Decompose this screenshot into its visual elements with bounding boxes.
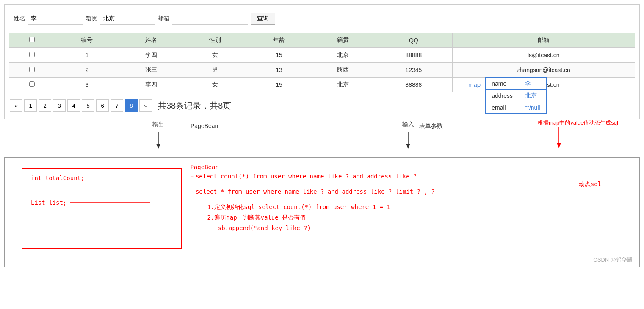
arrow-right-2-icon: → — [190, 188, 193, 195]
diagram-section: int totalCount; List list; PageBean — [4, 157, 640, 267]
map-annotation: 根据map中的value值动态生成sql — [538, 120, 618, 126]
code-line2: List list; — [31, 199, 66, 206]
search-bar: 姓名 籍贯 邮箱 查询 — [9, 9, 635, 28]
page-4[interactable]: 4 — [67, 99, 80, 112]
code-line1: int totalCount; — [31, 175, 84, 181]
col-email: 邮箱 — [452, 33, 635, 48]
line1-connector-icon — [88, 176, 172, 180]
page-info: 共38条记录，共8页 — [158, 100, 231, 111]
map-value: ""/null — [519, 102, 547, 114]
col-check — [9, 33, 55, 48]
page-8[interactable]: 8 — [125, 99, 138, 112]
map-row: name 李 — [485, 77, 546, 90]
dynamic-sql-label: 动态sql — [579, 181, 601, 187]
input-arrow-icon — [404, 132, 412, 149]
map-row: address 北京 — [485, 90, 546, 102]
col-name: 姓名 — [119, 33, 183, 48]
sql1-text: select count(*) from user where name lik… — [196, 173, 417, 180]
output-arrow-icon — [154, 132, 163, 149]
line2-connector-icon — [70, 200, 155, 205]
table-row: 2 张三 男 13 陕西 12345 zhangsan@itcast.cn — [9, 63, 635, 78]
page-1[interactable]: 1 — [24, 99, 37, 112]
arrow-right-1-icon: → — [190, 173, 193, 180]
csdn-label: CSDN @铅华殿 — [593, 256, 633, 264]
page-7[interactable]: 7 — [111, 99, 123, 112]
col-qq: QQ — [375, 33, 452, 48]
pagebean-top-label: PageBean — [191, 122, 218, 129]
name-label: 姓名 — [14, 15, 25, 22]
table-row: 1 李四 女 15 北京 88888 ls@itcast.cn — [9, 48, 635, 63]
step-3: sb.append("and key like ?) — [207, 223, 627, 234]
pagebean-code-title: PageBean — [190, 164, 218, 170]
map-key: address — [485, 90, 519, 102]
form-params-label: 表单参数 — [419, 122, 443, 129]
page-5[interactable]: 5 — [82, 99, 94, 112]
numbered-steps: 1.定义初始化sql select count(*) from user whe… — [207, 202, 627, 234]
row-checkbox[interactable] — [29, 52, 35, 57]
svg-marker-5 — [557, 143, 561, 148]
map-table: name 李 address 北京 email ""/null — [485, 77, 547, 114]
page-next[interactable]: » — [139, 99, 152, 112]
map-key: email — [485, 102, 519, 114]
sql2-text: select * from user where name like ? and… — [196, 188, 435, 195]
select-all-checkbox[interactable] — [29, 37, 35, 42]
page-3[interactable]: 3 — [53, 99, 66, 112]
map-value: 北京 — [519, 90, 547, 102]
svg-marker-3 — [406, 144, 410, 149]
map-label: map — [468, 81, 481, 88]
name-input[interactable] — [28, 13, 83, 25]
map-key: name — [485, 77, 519, 90]
row-checkbox[interactable] — [29, 81, 35, 87]
map-row: email ""/null — [485, 102, 546, 114]
email-label: 邮箱 — [158, 15, 169, 22]
page-prev[interactable]: « — [10, 99, 22, 112]
input-label: 输入 — [402, 121, 414, 128]
step-2: 2.遍历map，判断其value 是否有值 — [207, 212, 627, 223]
code-box: int totalCount; List list; — [22, 168, 182, 249]
page-2[interactable]: 2 — [39, 99, 51, 112]
address-label: 籍贯 — [86, 15, 97, 22]
email-input[interactable] — [172, 13, 248, 25]
row-checkbox[interactable] — [29, 67, 35, 72]
col-age: 年龄 — [247, 33, 311, 48]
col-gender: 性别 — [183, 33, 247, 48]
step-1: 1.定义初始化sql select count(*) from user whe… — [207, 202, 627, 212]
address-input[interactable] — [100, 13, 155, 25]
page-6[interactable]: 6 — [96, 99, 109, 112]
search-button[interactable]: 查询 — [251, 13, 275, 25]
map-value: 李 — [519, 77, 547, 90]
col-address: 籍贯 — [311, 33, 375, 48]
output-label: 输出 — [152, 121, 164, 128]
col-id: 编号 — [55, 33, 119, 48]
map-annotation-arrow-icon — [542, 127, 576, 148]
svg-marker-1 — [156, 144, 160, 149]
